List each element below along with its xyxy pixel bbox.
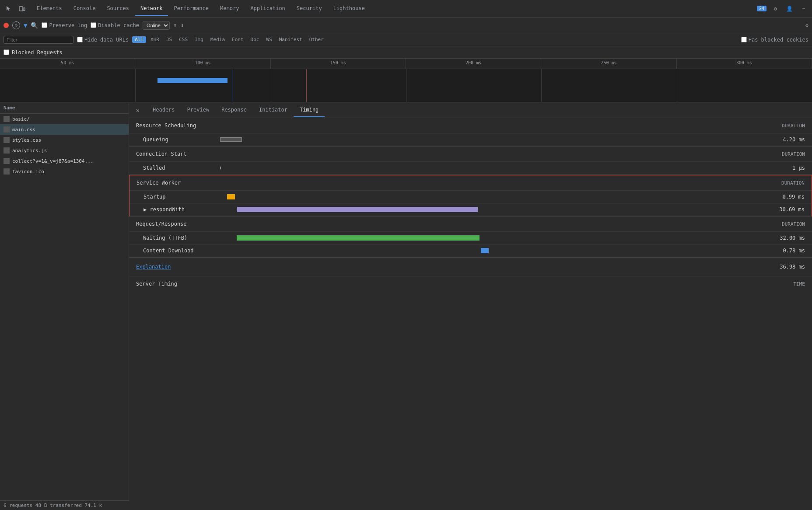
tab-security[interactable]: Security xyxy=(291,2,327,16)
chip-media[interactable]: Media xyxy=(208,36,228,43)
panel-tab-headers[interactable]: Headers xyxy=(147,103,181,117)
record-button[interactable] xyxy=(4,23,9,28)
file-icon-basic xyxy=(4,116,10,122)
chip-img[interactable]: Img xyxy=(192,36,206,43)
resource-scheduling-section: Resource Scheduling DURATION Queueing 4.… xyxy=(129,118,812,147)
file-name-favicon: favicon.ico xyxy=(12,169,44,175)
waiting-bar-area xyxy=(220,235,767,241)
disable-cache-checkbox[interactable] xyxy=(91,22,96,28)
connection-start-duration-label: DURATION xyxy=(782,151,805,157)
svg-rect-1 xyxy=(23,8,25,10)
preserve-log-label[interactable]: Preserve log xyxy=(42,22,87,28)
tab-memory[interactable]: Memory xyxy=(215,2,244,16)
service-worker-section: Service Worker DURATION Startup 0.99 ms … xyxy=(129,175,812,217)
file-name-analyticsjs: analytics.js xyxy=(12,148,47,154)
waiting-row: Waiting (TTFB) 32.00 ms xyxy=(129,232,812,245)
request-response-title: Request/Response xyxy=(136,221,187,227)
right-panel: ✕ Headers Preview Response Initiator Tim… xyxy=(129,102,812,510)
queueing-label: Queueing xyxy=(143,136,213,143)
timeline-body xyxy=(0,69,812,102)
content-download-bar-area xyxy=(220,248,767,254)
blocked-requests-checkbox[interactable] xyxy=(4,49,9,55)
export-icon[interactable]: ⬇ xyxy=(181,22,184,29)
timeline: 50 ms 100 ms 150 ms 200 ms 250 ms 300 ms xyxy=(0,59,812,102)
resource-scheduling-duration-label: DURATION xyxy=(782,123,805,129)
import-icon[interactable]: ⬆ xyxy=(173,22,177,29)
connection-start-section: Connection Start DURATION Stalled 1 μs xyxy=(129,147,812,175)
chip-all[interactable]: All xyxy=(132,36,146,43)
resource-scheduling-header: Resource Scheduling DURATION xyxy=(129,118,812,133)
panel-tab-preview[interactable]: Preview xyxy=(181,103,216,117)
filter-icon[interactable]: ▼ xyxy=(24,22,27,29)
file-item-collect[interactable]: collect?v=1&_v=j87&a=1304... xyxy=(0,156,129,166)
tab-elements[interactable]: Elements xyxy=(32,2,67,16)
chip-xhr[interactable]: XHR xyxy=(148,36,162,43)
startup-bar-area xyxy=(220,194,767,200)
network-settings-icon[interactable]: ⚙ xyxy=(805,22,808,28)
hide-data-urls-label[interactable]: Hide data URLs xyxy=(77,37,129,43)
top-right-icons: 24 ⚙ 👤 ⋯ xyxy=(757,3,808,14)
status-bar: 6 requests 48 B transferred 74.1 k xyxy=(0,500,129,510)
content-download-label: Content Download xyxy=(143,248,213,254)
ruler-50ms: 50 ms xyxy=(0,59,135,69)
total-duration: 36.98 ms xyxy=(774,264,805,270)
chip-js[interactable]: JS xyxy=(164,36,175,43)
file-item-favicon[interactable]: favicon.ico xyxy=(0,166,129,177)
has-blocked-cookies-checkbox[interactable] xyxy=(741,37,747,42)
server-timing-title: Server Timing xyxy=(136,281,177,287)
settings-icon[interactable]: ⚙ xyxy=(770,3,780,14)
panel-tab-response[interactable]: Response xyxy=(215,103,253,117)
chip-css[interactable]: CSS xyxy=(176,36,190,43)
stalled-duration: 1 μs xyxy=(774,165,805,171)
tab-application[interactable]: Application xyxy=(245,2,290,16)
file-icon-collect xyxy=(4,158,10,164)
file-item-maincss[interactable]: main.css xyxy=(0,124,129,135)
ruler-250ms: 250 ms xyxy=(541,59,676,69)
tab-sources[interactable]: Sources xyxy=(102,2,134,16)
blocked-requests-row: Blocked Requests xyxy=(0,46,812,59)
queueing-bar-area xyxy=(220,136,767,143)
search-icon[interactable]: 🔍 xyxy=(31,22,38,29)
file-item-stylescss[interactable]: styles.css xyxy=(0,135,129,145)
chip-font[interactable]: Font xyxy=(229,36,246,43)
chip-doc[interactable]: Doc xyxy=(248,36,262,43)
tab-lighthouse[interactable]: Lighthouse xyxy=(328,2,370,16)
preserve-log-checkbox[interactable] xyxy=(42,22,47,28)
file-item-analyticsjs[interactable]: analytics.js xyxy=(0,145,129,156)
chip-manifest[interactable]: Manifest xyxy=(276,36,305,43)
ruler-100ms: 100 ms xyxy=(135,59,270,69)
profile-icon[interactable]: 👤 xyxy=(784,3,794,14)
tab-console[interactable]: Console xyxy=(68,2,101,16)
ruler-200ms: 200 ms xyxy=(406,59,541,69)
more-icon[interactable]: ⋯ xyxy=(798,3,808,14)
chip-other[interactable]: Other xyxy=(307,36,326,43)
chip-ws[interactable]: WS xyxy=(263,36,274,43)
tab-network[interactable]: Network xyxy=(135,2,168,16)
cursor-icon[interactable] xyxy=(4,3,14,14)
throttle-select[interactable]: Online xyxy=(143,21,170,30)
tab-performance[interactable]: Performance xyxy=(169,2,214,16)
hide-data-urls-checkbox[interactable] xyxy=(77,37,83,42)
has-blocked-cookies-label[interactable]: Has blocked cookies xyxy=(741,37,808,43)
file-item-basic[interactable]: basic/ xyxy=(0,114,129,124)
status-text: 6 requests 48 B transferred 74.1 k xyxy=(4,503,102,508)
ruler-300ms: 300 ms xyxy=(677,59,812,69)
device-icon[interactable] xyxy=(17,3,27,14)
startup-row: Startup 0.99 ms xyxy=(130,191,812,203)
waiting-bar xyxy=(237,235,480,241)
queueing-duration: 4.20 ms xyxy=(774,136,805,143)
panel-tab-timing[interactable]: Timing xyxy=(294,103,325,117)
network-toolbar: ⊘ ▼ 🔍 Preserve log Disable cache Online … xyxy=(0,17,812,33)
close-panel-button[interactable]: ✕ xyxy=(133,105,143,115)
startup-label: Startup xyxy=(144,194,214,200)
explanation-link[interactable]: Explanation xyxy=(136,264,171,270)
filter-input[interactable] xyxy=(4,36,74,44)
clear-button[interactable]: ⊘ xyxy=(12,21,20,29)
notification-badge[interactable]: 24 xyxy=(757,6,766,11)
panel-tab-initiator[interactable]: Initiator xyxy=(253,103,294,117)
disable-cache-label[interactable]: Disable cache xyxy=(91,22,139,28)
file-icon-favicon xyxy=(4,168,10,175)
startup-duration: 0.99 ms xyxy=(774,194,805,200)
request-response-duration-label: DURATION xyxy=(782,221,805,227)
stalled-bar-area xyxy=(220,165,767,171)
